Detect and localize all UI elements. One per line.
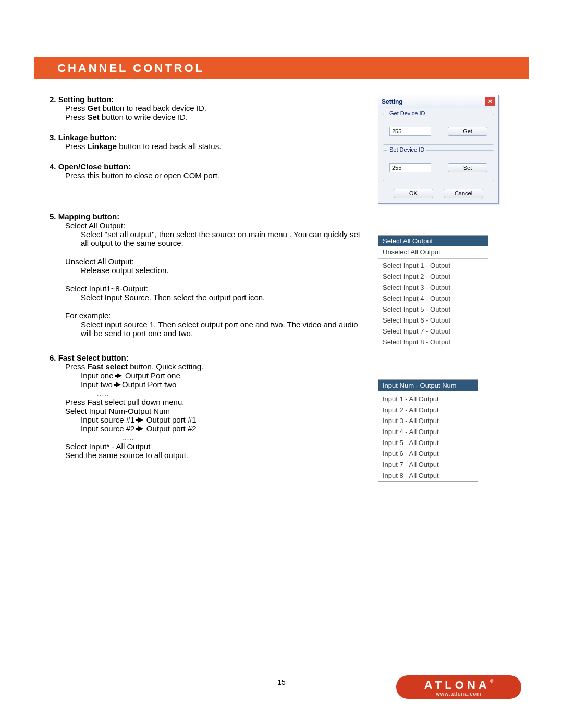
sec6-l6b: Output port #1: [144, 415, 197, 424]
fast-select-menu: Input Num - Output Num Input 1 - All Out…: [378, 379, 478, 482]
fast-menu-item[interactable]: Input 3 - All Output: [378, 415, 478, 426]
sec6-l8: Select Input* - All Output: [65, 442, 362, 451]
sec6-l5: Select Input Num-Output Num: [65, 406, 362, 415]
mapping-menu-item[interactable]: Select Input 5 - Output: [378, 304, 488, 315]
get-button[interactable]: Get: [448, 127, 487, 136]
sec2-l1-pre: Press: [65, 104, 88, 113]
sec6-l1-pre: Press: [65, 362, 88, 371]
sec3-l1-bold: Linkage: [88, 142, 117, 151]
mapping-menu-selected[interactable]: Select All Output: [378, 236, 488, 246]
sec6-ell2: …..: [65, 433, 190, 442]
sec5-b0-body: Select "set all output", then select the…: [65, 230, 362, 248]
fast-menu-item[interactable]: Input 4 - All Output: [378, 426, 478, 437]
sec6-title: Fast Select button:: [58, 353, 129, 362]
sec6-l1-bold: Fast select: [88, 362, 128, 371]
sec6-l2: Input one: [81, 371, 116, 380]
arrow-icon: [117, 373, 122, 378]
sec5-b0-head: Select All Output:: [65, 221, 362, 230]
arrow-icon: [116, 382, 121, 387]
set-device-id-group: Set Device ID 255 Set: [383, 150, 494, 181]
mapping-menu-item[interactable]: Select Input 6 - Output: [378, 315, 488, 326]
fast-menu-selected[interactable]: Input Num - Output Num: [378, 380, 478, 391]
mapping-menu-item[interactable]: Select Input 3 - Output: [378, 282, 488, 293]
mapping-menu: Select All Output Unselect All Output Se…: [378, 235, 488, 348]
sec2-l2-pre: Press: [65, 113, 88, 121]
sec5-b3-head: For example:: [65, 311, 362, 320]
sec3-l1-post: button to read back all status.: [117, 142, 221, 151]
ok-button[interactable]: OK: [394, 189, 433, 198]
get-device-id-group: Get Device ID 255 Get: [383, 114, 494, 145]
close-icon[interactable]: ✕: [485, 97, 495, 106]
sec6-l2b: Output Port one: [123, 371, 180, 380]
sec2-l1-post: button to read back device ID.: [101, 104, 206, 113]
sec3-num: 3.: [50, 133, 56, 142]
sec3-l1-pre: Press: [65, 142, 88, 151]
mapping-menu-item[interactable]: Select Input 1 - Output: [378, 260, 488, 271]
cancel-button[interactable]: Cancel: [444, 189, 483, 198]
arrow-icon: [138, 426, 143, 431]
fast-menu-item[interactable]: Input 5 - All Output: [378, 437, 478, 448]
mapping-menu-item[interactable]: Select Input 8 - Output: [378, 337, 488, 348]
sec6-l7a: Input source #2: [81, 424, 137, 433]
fast-menu-item[interactable]: Input 2 - All Output: [378, 404, 478, 415]
sec6-l9: Send the same source to all output.: [65, 451, 362, 460]
set-button[interactable]: Set: [448, 163, 487, 172]
sec6-num: 6.: [50, 353, 56, 362]
sec6-l1-post: button. Quick setting.: [128, 362, 203, 371]
sec2-num: 2.: [50, 95, 56, 104]
sec5-b1-body: Release output selection.: [65, 266, 362, 275]
sec4-num: 4.: [50, 162, 56, 171]
sec6-l6a: Input source #1: [81, 415, 137, 424]
mapping-menu-item[interactable]: Select Input 4 - Output: [378, 293, 488, 304]
sec5-num: 5.: [50, 212, 56, 221]
mapping-menu-item[interactable]: Select Input 2 - Output: [378, 271, 488, 282]
sec5-b2-head: Select Input1~8-Output:: [65, 284, 362, 293]
brand-name: ATLONA: [424, 678, 490, 692]
sec6-l7b: Output port #2: [144, 424, 197, 433]
sec2-title: Setting button:: [58, 95, 114, 104]
set-device-id-input[interactable]: 255: [389, 163, 431, 172]
registered-icon: ®: [490, 678, 494, 684]
fast-menu-item[interactable]: Input 6 - All Output: [378, 448, 478, 459]
get-device-id-input[interactable]: 255: [389, 127, 431, 136]
get-device-id-label: Get Device ID: [387, 110, 427, 116]
sec5-b1-head: Unselect All Output:: [65, 257, 362, 266]
mapping-menu-item[interactable]: Unselect All Output: [378, 246, 488, 257]
sec5-b3-body: Select input source 1. Then select outpu…: [65, 320, 362, 338]
fast-menu-item[interactable]: Input 1 - All Output: [378, 393, 478, 404]
sec5-b2-body: Select Input Source. Then select the out…: [65, 293, 362, 302]
sec6-ell1: …..: [65, 389, 362, 398]
sec2-l2-bold: Set: [88, 113, 100, 121]
sec2-l1-bold: Get: [88, 104, 101, 113]
fast-menu-item[interactable]: Input 8 - All Output: [378, 470, 478, 481]
fast-menu-item[interactable]: Input 7 - All Output: [378, 459, 478, 470]
sec6-l3b: Output Port two: [122, 380, 176, 389]
brand-badge: ATLONA® www.atlona.com: [396, 675, 521, 699]
arrow-icon: [138, 417, 143, 423]
sec2-l2-post: button to write device ID.: [100, 113, 188, 121]
sec6-l4: Press Fast select pull down menu.: [65, 398, 362, 406]
sec5-title: Mapping button:: [58, 212, 119, 221]
sec6-l3: Input two: [81, 380, 115, 389]
section-title-bar: CHANNEL CONTROL: [34, 57, 529, 79]
sec4-title: Open/Close button:: [58, 162, 131, 171]
setting-dialog-title: Setting: [382, 98, 403, 105]
sec4-l1: Press this button to close or open COM p…: [65, 171, 219, 180]
sec3-title: Linkage button:: [58, 133, 117, 142]
mapping-menu-item[interactable]: Select Input 7 - Output: [378, 326, 488, 337]
set-device-id-label: Set Device ID: [387, 146, 426, 153]
setting-dialog: Setting ✕ Get Device ID 255 Get Set Devi…: [378, 95, 499, 204]
